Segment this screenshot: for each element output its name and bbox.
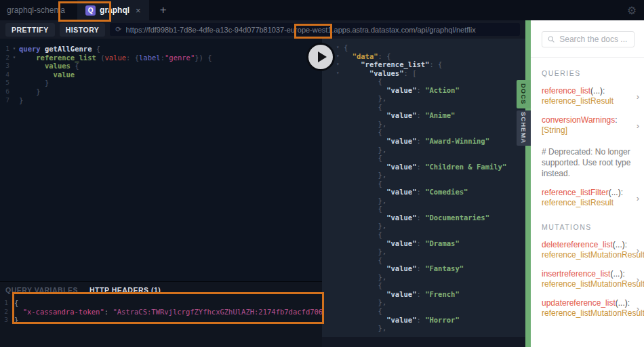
response-line: }, <box>322 146 525 155</box>
new-tab-button[interactable]: + <box>160 3 167 17</box>
response-line: "value": "Comedies" <box>322 188 525 197</box>
docs-deprecated-comment: # Deprecated: No longer supported. Use r… <box>542 146 637 179</box>
variables-pane-tabs: QUERY VARIABLES HTTP HEADERS (1) <box>0 286 322 295</box>
settings-gear-icon[interactable]: ⚙ <box>627 4 637 17</box>
docs-field-item[interactable]: deletereference_list(...):reference_list… <box>542 240 637 260</box>
response-line: { <box>322 205 525 213</box>
response-line: "value": "Anime" <box>322 111 525 120</box>
response-line: ▾ "values": [ <box>322 69 525 78</box>
editor-line: 2▾ reference_list (value: {label:"genre"… <box>0 54 322 62</box>
editor-line: 3 values { <box>0 62 322 70</box>
response-line: { <box>322 281 525 290</box>
response-line: "value": "Children & Family" <box>322 163 525 171</box>
query-variables-tab[interactable]: QUERY VARIABLES <box>5 286 78 294</box>
response-line: "value": "Award-Winning" <box>322 137 525 146</box>
editor-line: 5 } <box>0 79 322 87</box>
docs-field-item[interactable]: insertreference_list(...):reference_list… <box>542 269 637 289</box>
top-tab-bar: graphql-schema Q graphql × + ⚙ <box>0 0 644 20</box>
sidebar-divider <box>531 57 644 58</box>
execute-query-button[interactable] <box>306 43 335 71</box>
search-icon <box>548 35 555 43</box>
response-line: "value": "Horror" <box>322 316 525 325</box>
history-button[interactable]: HISTORY <box>60 23 106 37</box>
query-editor[interactable]: 1▾query getAllGenre {2▾ reference_list (… <box>0 39 322 281</box>
docs-search-wrap <box>542 31 635 47</box>
docs-tab[interactable]: DOCS <box>517 80 531 108</box>
response-lines: ▾{▾ "data": {▾ "reference_list": {▾ "val… <box>322 43 525 333</box>
docs-field-item[interactable]: conversionWarnings: [String]› <box>542 115 637 136</box>
reload-icon[interactable]: ⟳ <box>115 25 121 34</box>
tab-graphql-label: graphql <box>100 5 129 15</box>
response-line: }, <box>322 120 525 129</box>
response-line: }, <box>322 273 525 282</box>
chevron-right-icon: › <box>637 304 639 314</box>
response-line: }, <box>322 222 525 230</box>
headers-line: 2 "x-cassandra-token": "AstraCS:TWRvjlcr… <box>0 308 322 317</box>
endpoint-url-input[interactable]: ⟳ https://fdf998b1-7d8e-4dfe-a13c-94d077… <box>110 23 520 36</box>
chevron-right-icon: › <box>637 121 639 131</box>
response-line: }, <box>322 197 525 205</box>
response-line: "value": "Dramas" <box>322 239 525 248</box>
docs-sidebar: QUERIES reference_list(...): reference_l… <box>531 20 644 347</box>
response-line: "value": "Documentaries" <box>322 213 525 222</box>
chevron-right-icon: › <box>637 193 639 203</box>
response-line: { <box>322 307 525 316</box>
editor-line: 1▾query getAllGenre { <box>0 45 322 54</box>
response-line: ▾{ <box>322 43 525 52</box>
response-line: }, <box>322 298 525 307</box>
response-line: "value": "Fantasy" <box>322 264 525 273</box>
editor-line: 6 } <box>0 87 322 96</box>
response-line: "value": "French" <box>322 290 525 299</box>
http-headers-tab[interactable]: HTTP HEADERS (1) <box>89 286 161 294</box>
tab-graphql[interactable]: Q graphql × <box>77 0 149 20</box>
docs-search-box[interactable] <box>542 31 635 47</box>
mutations-section-header: MUTATIONS <box>542 223 637 231</box>
docs-field-item[interactable]: reference_listFilter(...):reference_list… <box>542 188 637 208</box>
response-line: { <box>322 230 525 239</box>
docs-field-item[interactable]: reference_list(...): reference_listResul… <box>542 86 637 106</box>
response-line: { <box>322 103 525 112</box>
response-line: }, <box>322 171 525 180</box>
response-line: ▾ "reference_list": { <box>322 60 525 69</box>
response-line: { <box>322 77 525 86</box>
response-line: }, <box>322 324 525 333</box>
endpoint-url-text: https://fdf998b1-7d8e-4dfe-a13c-94d077b8… <box>126 26 476 34</box>
queries-section-header: QUERIES <box>542 69 637 77</box>
response-pane-footer <box>322 337 525 347</box>
docs-field-item[interactable]: updatereference_list(...):reference_list… <box>542 298 637 319</box>
response-line: ▾ "data": { <box>322 52 525 61</box>
docs-mutations-list: deletereference_list(...):reference_list… <box>542 240 637 319</box>
close-tab-icon[interactable]: × <box>136 5 141 16</box>
variables-pane: QUERY VARIABLES HTTP HEADERS (1) 1{2 "x-… <box>0 281 322 347</box>
query-editor-lines: 1▾query getAllGenre {2▾ reference_list (… <box>0 45 322 104</box>
chevron-right-icon: › <box>637 274 639 285</box>
chevron-right-icon: › <box>637 245 639 256</box>
editor-line: 4 value <box>0 70 322 79</box>
variables-lines[interactable]: 1{2 "x-cassandra-token": "AstraCS:TWRvjl… <box>0 299 322 325</box>
response-line: { <box>322 154 525 163</box>
response-line: { <box>322 180 525 188</box>
response-line: "value": "Action" <box>322 86 525 95</box>
prettify-button[interactable]: PRETTIFY <box>5 23 55 37</box>
response-line: { <box>322 256 525 265</box>
toolbar: PRETTIFY HISTORY ⟳ https://fdf998b1-7d8e… <box>0 20 525 39</box>
response-line: { <box>322 128 525 137</box>
docs-content: QUERIES reference_list(...): reference_l… <box>531 69 644 319</box>
docs-search-input[interactable] <box>559 35 628 44</box>
response-line: }, <box>322 247 525 256</box>
editor-line: 7} <box>0 96 322 105</box>
schema-tab[interactable]: SCHEMA <box>517 110 531 146</box>
play-icon <box>318 52 327 62</box>
chevron-right-icon: › <box>637 91 639 102</box>
pane-resizer[interactable] <box>525 20 531 347</box>
headers-line: 1{ <box>0 299 322 308</box>
graphql-q-icon: Q <box>85 5 96 16</box>
headers-line: 3} <box>0 316 322 325</box>
tab-graphql-schema[interactable]: graphql-schema <box>0 0 77 20</box>
response-pane: ▾{▾ "data": {▾ "reference_list": {▾ "val… <box>322 39 525 347</box>
docs-queries-list: reference_list(...): reference_listResul… <box>542 86 637 208</box>
response-line: }, <box>322 94 525 103</box>
